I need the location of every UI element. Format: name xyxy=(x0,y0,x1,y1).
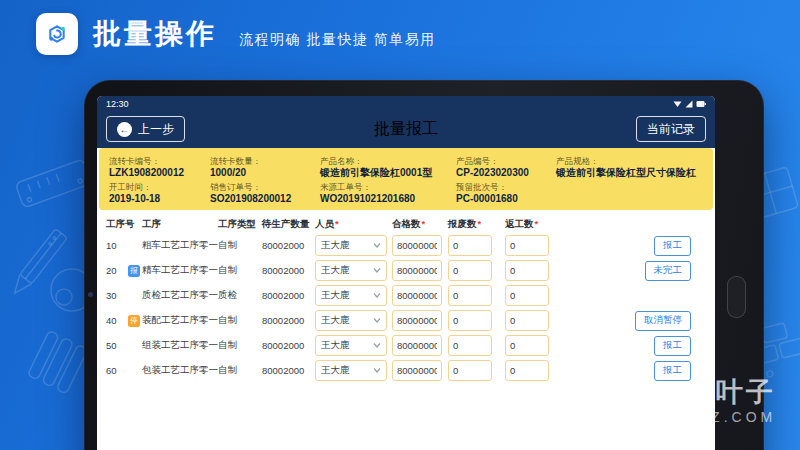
process-status-badge: 停 xyxy=(128,315,140,327)
info-field-label: 产品规格： xyxy=(556,156,711,166)
person-select[interactable]: 王大鹿 xyxy=(315,260,387,281)
table-row: 40停装配工艺工序零一自制80002000王大鹿取消暂停 xyxy=(97,308,715,333)
person-cell: 王大鹿 xyxy=(315,260,392,281)
person-select[interactable]: 王大鹿 xyxy=(315,310,387,331)
process-seq: 30 xyxy=(106,290,142,301)
qualified-input[interactable] xyxy=(392,360,442,381)
process-type: 质检 xyxy=(218,289,262,302)
info-field: 销售订单号：SO201908200012 xyxy=(210,182,320,205)
process-type: 自制 xyxy=(218,364,262,377)
watermark: 七叶子 7YZ.COM xyxy=(622,374,776,430)
person-cell: 王大鹿 xyxy=(315,235,392,256)
table-body: 10粗车工艺工序零一自制80002000王大鹿报工20报精车工艺工序零一自制80… xyxy=(97,233,715,383)
qualified-input[interactable] xyxy=(392,260,442,281)
person-select[interactable]: 王大鹿 xyxy=(315,360,387,381)
rework-input[interactable] xyxy=(505,335,549,356)
doodle-bars xyxy=(27,330,88,394)
info-field-label: 预留批次号： xyxy=(456,182,556,192)
action-button[interactable]: 报工 xyxy=(654,336,691,356)
action-button[interactable]: 报工 xyxy=(654,236,691,256)
info-column: 流转卡编号：LZK1908200012开工时间：2019-10-18 xyxy=(109,156,210,206)
screen-title: 批量报工 xyxy=(374,119,438,140)
info-field-value: 锻造前引擎保险杠型尺寸保险杠 xyxy=(556,167,711,179)
back-arrow-icon: ← xyxy=(117,122,132,137)
rework-input[interactable] xyxy=(505,285,549,306)
process-name: 装配工艺工序零一 xyxy=(142,314,218,325)
action-cell: 未完工 xyxy=(557,261,715,281)
pending-qty: 80002000 xyxy=(262,315,315,326)
required-marker: * xyxy=(422,218,426,229)
tablet-side-button xyxy=(727,276,746,318)
qualified-input-cell xyxy=(392,260,448,281)
scrap-input[interactable] xyxy=(448,260,492,281)
qualified-input[interactable] xyxy=(392,310,442,331)
process-name: 质检工艺工序零一 xyxy=(142,289,218,300)
rework-input-cell xyxy=(505,360,557,381)
person-select[interactable]: 王大鹿 xyxy=(315,285,387,306)
qualified-input[interactable] xyxy=(392,235,442,256)
pending-qty: 80002000 xyxy=(262,340,315,351)
action-cell: 报工 xyxy=(557,236,715,256)
action-button[interactable]: 取消暂停 xyxy=(635,311,691,331)
pending-qty: 80002000 xyxy=(262,240,315,251)
scrap-input-cell xyxy=(448,285,505,306)
info-field-label: 开工时间： xyxy=(109,182,210,192)
current-records-label: 当前记录 xyxy=(647,121,695,138)
back-button[interactable]: ← 上一步 xyxy=(106,116,185,142)
process-name-cell: 组装工艺工序零一 xyxy=(142,339,218,352)
info-column: 产品名称：锻造前引擎保险杠0001型来源工单号：WO20191021201680 xyxy=(320,156,456,206)
info-field-value: 2019-10-18 xyxy=(109,193,210,205)
qualified-input[interactable] xyxy=(392,285,442,306)
table-row: 50组装工艺工序零一自制80002000王大鹿报工 xyxy=(97,333,715,358)
table-row: 30质检工艺工序零一质检80002000王大鹿 xyxy=(97,283,715,308)
info-field-label: 销售订单号： xyxy=(210,182,320,192)
column-header: 工序类型 xyxy=(218,218,262,231)
process-type: 自制 xyxy=(218,264,262,277)
column-header: 报废数* xyxy=(448,218,505,231)
chevron-down-icon xyxy=(373,368,381,373)
rework-input[interactable] xyxy=(505,360,549,381)
info-field-value: WO20191021201680 xyxy=(320,193,456,205)
column-header: 人员* xyxy=(315,218,392,231)
signal-icon xyxy=(685,100,693,108)
current-records-button[interactable]: 当前记录 xyxy=(636,116,706,142)
info-field-label: 产品编号： xyxy=(456,156,556,166)
info-field: 来源工单号：WO20191021201680 xyxy=(320,182,456,205)
rework-input[interactable] xyxy=(505,235,549,256)
info-field: 产品编号：CP-2023020300 xyxy=(456,156,556,179)
info-field: 流转卡数量：1000/20 xyxy=(210,156,320,179)
pending-qty: 80002000 xyxy=(262,365,315,376)
action-button[interactable]: 未完工 xyxy=(645,261,692,281)
rework-input[interactable] xyxy=(505,310,549,331)
rework-input-cell xyxy=(505,260,557,281)
qualified-input-cell xyxy=(392,360,448,381)
scrap-input-cell xyxy=(448,260,505,281)
back-button-label: 上一步 xyxy=(138,121,174,138)
app-nav-bar: ← 上一步 批量报工 当前记录 xyxy=(97,111,715,148)
chevron-down-icon xyxy=(373,343,381,348)
scrap-input[interactable] xyxy=(448,235,492,256)
doodle-box xyxy=(15,159,92,208)
info-field-value: CP-2023020300 xyxy=(456,167,556,179)
chevron-down-icon xyxy=(373,268,381,273)
person-cell: 王大鹿 xyxy=(315,310,392,331)
scrap-input[interactable] xyxy=(448,335,492,356)
rework-input-cell xyxy=(505,310,557,331)
person-select-value: 王大鹿 xyxy=(321,289,350,302)
scrap-input[interactable] xyxy=(448,310,492,331)
qualified-input[interactable] xyxy=(392,335,442,356)
scrap-input[interactable] xyxy=(448,360,492,381)
qualified-input-cell xyxy=(392,235,448,256)
process-type: 自制 xyxy=(218,239,262,252)
rework-input-cell xyxy=(505,285,557,306)
person-select[interactable]: 王大鹿 xyxy=(315,335,387,356)
info-field-label: 产品名称： xyxy=(320,156,456,166)
doodle-pencil xyxy=(9,229,68,298)
scrap-input[interactable] xyxy=(448,285,492,306)
person-select[interactable]: 王大鹿 xyxy=(315,235,387,256)
page: 批量操作 流程明确 批量快捷 简单易用 12:30 ← 上一步 xyxy=(0,0,800,450)
column-header: 返工数* xyxy=(505,218,557,231)
rework-input[interactable] xyxy=(505,260,549,281)
process-name: 粗车工艺工序零一 xyxy=(142,239,218,250)
person-select-value: 王大鹿 xyxy=(321,239,350,252)
